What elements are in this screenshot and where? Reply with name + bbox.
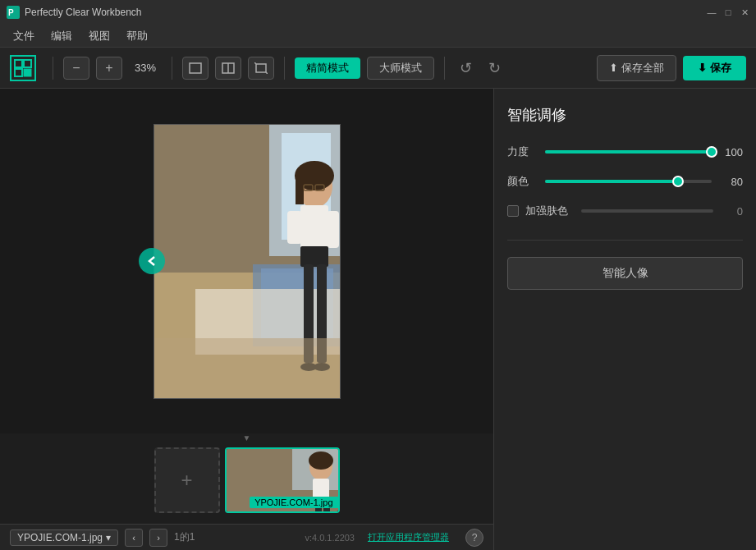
main-image xyxy=(153,124,341,399)
sep-4 xyxy=(444,57,445,80)
filmstrip-arrow: ▼ xyxy=(243,433,251,442)
dropdown-arrow: ▾ xyxy=(106,532,111,543)
strength-slider-row: 力度 100 xyxy=(507,144,743,159)
svg-rect-22 xyxy=(296,176,304,204)
filmstrip-area: ▼ + YPOJIE.CO xyxy=(0,433,493,524)
selected-filename: YPOJIE.COM-1.jpg xyxy=(17,532,103,543)
menu-file[interactable]: 文件 xyxy=(7,27,41,45)
skin-enhance-label: 加强肤色 xyxy=(525,204,568,218)
svg-rect-4 xyxy=(15,69,22,76)
next-file-button[interactable]: › xyxy=(149,529,167,547)
window-controls: — □ ✕ xyxy=(707,7,749,17)
save-all-button[interactable]: ⬆ 保存全部 xyxy=(597,55,676,81)
skin-enhance-value: 0 xyxy=(720,205,743,218)
split-view-button[interactable] xyxy=(215,57,241,80)
strength-slider-thumb[interactable] xyxy=(706,146,717,158)
menu-edit[interactable]: 编辑 xyxy=(44,27,79,45)
skin-enhance-slider[interactable] xyxy=(581,209,713,213)
crop-button[interactable] xyxy=(248,57,274,80)
svg-rect-26 xyxy=(287,211,302,244)
redo-button[interactable]: ↻ xyxy=(483,57,506,79)
simple-mode-button[interactable]: 精简模式 xyxy=(295,57,360,79)
sep-2 xyxy=(172,57,172,80)
svg-line-11 xyxy=(266,72,268,74)
zoom-level: 33% xyxy=(129,62,162,74)
save-all-label: 保存全部 xyxy=(621,61,664,76)
image-person xyxy=(154,125,340,398)
menubar: 文件 编辑 视图 帮助 xyxy=(0,25,756,48)
main-area: ▼ + YPOJIE.CO xyxy=(0,89,756,550)
skin-enhance-row: 加强肤色 0 xyxy=(507,204,743,218)
portrait-button[interactable]: 智能人像 xyxy=(507,257,743,290)
svg-rect-3 xyxy=(24,60,31,67)
strength-label: 力度 xyxy=(507,144,537,159)
color-slider-fill xyxy=(545,180,678,183)
color-value: 80 xyxy=(720,176,743,188)
save-icon: ⬇ xyxy=(698,62,707,74)
prev-file-button[interactable]: ‹ xyxy=(125,529,143,547)
color-label: 颜色 xyxy=(507,174,537,189)
skin-enhance-checkbox[interactable] xyxy=(507,205,519,217)
bottombar: YPOJIE.COM-1.jpg ▾ ‹ › 1的1 v:4.0.1.2203 … xyxy=(0,524,493,550)
color-slider-thumb[interactable] xyxy=(672,176,684,187)
add-image-button[interactable]: + xyxy=(154,447,220,513)
svg-text:P: P xyxy=(8,8,14,17)
image-viewport xyxy=(0,89,493,433)
frame-button[interactable] xyxy=(182,57,208,80)
menu-view[interactable]: 视图 xyxy=(82,27,117,45)
strength-slider-fill xyxy=(545,150,712,154)
svg-point-37 xyxy=(309,451,333,470)
right-panel: 智能调修 力度 100 颜色 80 加强肤色 0 xyxy=(493,89,756,550)
color-slider-track[interactable] xyxy=(545,180,712,183)
svg-line-10 xyxy=(254,62,256,64)
strength-slider-track[interactable] xyxy=(545,150,712,154)
save-label: 保存 xyxy=(710,61,731,76)
svg-rect-28 xyxy=(300,246,328,267)
filmstrip: + YPOJIE.COM-1.jpg xyxy=(144,444,350,516)
svg-rect-27 xyxy=(327,211,339,248)
maximize-button[interactable]: □ xyxy=(723,7,733,17)
page-info: 1的1 xyxy=(174,530,195,544)
filmstrip-thumb[interactable]: YPOJIE.COM-1.jpg xyxy=(225,447,340,513)
image-container xyxy=(153,124,341,399)
save-all-icon: ⬆ xyxy=(609,62,618,74)
sep-1 xyxy=(53,57,53,80)
help-button[interactable]: ? xyxy=(465,529,483,547)
strength-value: 100 xyxy=(720,146,743,158)
app-icon: P xyxy=(7,6,20,19)
svg-rect-2 xyxy=(15,60,22,67)
prev-image-arrow[interactable] xyxy=(139,248,165,274)
svg-rect-6 xyxy=(190,63,201,73)
color-slider-row: 颜色 80 xyxy=(507,174,743,189)
file-selector[interactable]: YPOJIE.COM-1.jpg ▾ xyxy=(10,529,118,546)
svg-rect-9 xyxy=(256,64,266,72)
version-text: v:4.0.1.2203 xyxy=(305,533,355,543)
panel-divider xyxy=(507,240,743,241)
minimize-button[interactable]: — xyxy=(707,7,717,17)
svg-rect-25 xyxy=(300,205,328,250)
sep-3 xyxy=(284,57,285,80)
app-title: Perfectly Clear Workbench xyxy=(25,7,707,18)
master-mode-button[interactable]: 大师模式 xyxy=(367,57,434,80)
zoom-out-button[interactable]: − xyxy=(63,57,89,80)
zoom-in-button[interactable]: + xyxy=(96,57,122,80)
panel-title: 智能调修 xyxy=(507,105,743,125)
close-button[interactable]: ✕ xyxy=(740,7,749,17)
save-button[interactable]: ⬇ 保存 xyxy=(683,56,746,80)
titlebar: P Perfectly Clear Workbench — □ ✕ xyxy=(0,0,756,25)
menu-help[interactable]: 帮助 xyxy=(120,27,154,45)
svg-rect-33 xyxy=(154,338,341,399)
toolbar: − + 33% 精简模式 大师模式 ↺ ↻ ⬆ 保存全部 ⬇ 保存 xyxy=(0,48,756,89)
canvas-area: ▼ + YPOJIE.CO xyxy=(0,89,493,550)
open-manager-link[interactable]: 打开应用程序管理器 xyxy=(368,531,449,543)
svg-rect-5 xyxy=(24,69,31,76)
undo-button[interactable]: ↺ xyxy=(455,57,477,79)
app-logo xyxy=(10,55,36,81)
thumb-filename: YPOJIE.COM-1.jpg xyxy=(250,497,337,508)
